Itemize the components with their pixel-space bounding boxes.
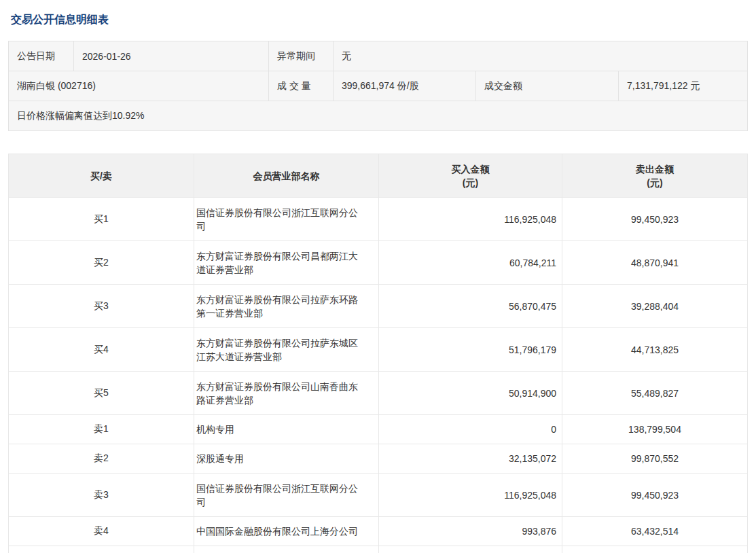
- table-row: 买1 国信证券股份有限公司浙江互联网分公司 116,925,048 99,450…: [9, 198, 748, 241]
- buy-amount-cell: 993,876: [379, 517, 562, 546]
- announce-date-label: 公告日期: [9, 41, 74, 71]
- branch-name: 机构专用: [196, 423, 363, 436]
- table-row: 买4 东方财富证券股份有限公司拉萨东城区江苏大道证券营业部 51,796,179…: [9, 328, 748, 372]
- sell-amount-cell: 99,870,552: [562, 444, 748, 474]
- sell-amount-cell: 138,799,504: [562, 415, 748, 444]
- buy-amount-cell: 32,135,072: [379, 444, 562, 474]
- branch-name: 深股通专用: [196, 452, 363, 465]
- buy-amount-cell: 116,925,048: [379, 198, 562, 241]
- page-title: 交易公开信息明细表: [8, 0, 748, 26]
- table-row: 卖2 深股通专用 32,135,072 99,870,552: [9, 444, 748, 474]
- sell-amount-cell: 99,450,923: [562, 474, 748, 517]
- sell-amount-cell: 48,870,941: [562, 241, 748, 285]
- volume-value: 399,661,974 份/股: [334, 71, 476, 101]
- branch-name: 东方财富证券股份有限公司昌都两江大道证券营业部: [196, 249, 363, 276]
- branch-cell: 国信证券股份有限公司浙江互联网分公司: [194, 474, 379, 517]
- summary-info-table: 公告日期 2026-01-26 异常期间 无 湖南白银 (002716) 成 交…: [8, 41, 748, 131]
- side-cell: 买1: [9, 198, 194, 241]
- side-cell: 卖3: [9, 474, 194, 517]
- table-row: 卖4 中国国际金融股份有限公司上海分公司 993,876 63,432,514: [9, 517, 748, 546]
- col-header-buy-amount: 买入金额 (元): [379, 154, 562, 198]
- buy-amount-cell: 56,870,475: [379, 285, 562, 328]
- table-row-partial: [9, 546, 748, 553]
- branch-cell: 机构专用: [194, 415, 379, 444]
- branch-name: 国信证券股份有限公司浙江互联网分公司: [196, 482, 363, 509]
- table-row: 买5 东方财富证券股份有限公司山南香曲东路证券营业部 50,914,900 55…: [9, 372, 748, 415]
- branch-cell: 中国国际金融股份有限公司上海分公司: [194, 517, 379, 546]
- sell-amount-cell: 63,432,514: [562, 517, 748, 546]
- abnormal-period-label: 异常期间: [269, 41, 334, 71]
- buy-amount-cell: 50,914,900: [379, 372, 562, 415]
- table-row: 买3 东方财富证券股份有限公司拉萨东环路第一证券营业部 56,870,475 3…: [9, 285, 748, 328]
- branch-name: 国信证券股份有限公司浙江互联网分公司: [196, 206, 363, 233]
- side-cell: 买3: [9, 285, 194, 328]
- side-cell: 买4: [9, 328, 194, 372]
- sell-amount-cell: 44,713,825: [562, 328, 748, 372]
- info-row-2: 湖南白银 (002716) 成 交 量 399,661,974 份/股 成交金额…: [9, 71, 748, 101]
- buy-amount-cell: 0: [379, 415, 562, 444]
- branch-cell: 深股通专用: [194, 444, 379, 474]
- table-row: 卖1 机构专用 0 138,799,504: [9, 415, 748, 444]
- sell-amount-cell: 99,450,923: [562, 198, 748, 241]
- table-row: 买2 东方财富证券股份有限公司昌都两江大道证券营业部 60,784,211 48…: [9, 241, 748, 285]
- amount-value: 7,131,791,122 元: [619, 71, 748, 101]
- page: 交易公开信息明细表 公告日期 2026-01-26 异常期间 无 湖南白银 (0…: [0, 0, 756, 553]
- sell-amount-cell: 39,288,404: [562, 285, 748, 328]
- col-header-sell-amount: 卖出金额 (元): [562, 154, 748, 198]
- deviation-note: 日价格涨幅偏离值达到10.92%: [9, 101, 748, 131]
- col-header-branch: 会员营业部名称: [194, 154, 379, 198]
- branch-name: 东方财富证券股份有限公司拉萨东环路第一证券营业部: [196, 293, 363, 320]
- side-cell: 卖1: [9, 415, 194, 444]
- announce-date-value: 2026-01-26: [74, 41, 269, 71]
- trading-detail-table: 买/卖 会员营业部名称 买入金额 (元) 卖出金额 (元) 买1 国信证券股份有…: [8, 154, 748, 553]
- abnormal-period-value: 无: [334, 41, 748, 71]
- buy-amount-cell: 116,925,048: [379, 474, 562, 517]
- side-cell: 卖4: [9, 517, 194, 546]
- branch-name: 中国国际金融股份有限公司上海分公司: [196, 524, 363, 538]
- branch-cell: 东方财富证券股份有限公司拉萨东城区江苏大道证券营业部: [194, 328, 379, 372]
- branch-cell: 东方财富证券股份有限公司山南香曲东路证券营业部: [194, 372, 379, 415]
- branch-cell: 东方财富证券股份有限公司昌都两江大道证券营业部: [194, 241, 379, 285]
- buy-amount-cell: 60,784,211: [379, 241, 562, 285]
- stock-name: 湖南白银 (002716): [9, 71, 269, 101]
- sell-amount-cell: 55,489,827: [562, 372, 748, 415]
- table-row: 卖3 国信证券股份有限公司浙江互联网分公司 116,925,048 99,450…: [9, 474, 748, 517]
- table-header-row: 买/卖 会员营业部名称 买入金额 (元) 卖出金额 (元): [9, 154, 748, 198]
- info-row-3: 日价格涨幅偏离值达到10.92%: [9, 101, 748, 131]
- side-cell: 买5: [9, 372, 194, 415]
- branch-name: 东方财富证券股份有限公司拉萨东城区江苏大道证券营业部: [196, 336, 363, 363]
- branch-cell: 国信证券股份有限公司浙江互联网分公司: [194, 198, 379, 241]
- amount-label: 成交金额: [476, 71, 619, 101]
- volume-label: 成 交 量: [269, 71, 334, 101]
- buy-amount-cell: 51,796,179: [379, 328, 562, 372]
- side-cell: 卖2: [9, 444, 194, 474]
- branch-name: 东方财富证券股份有限公司山南香曲东路证券营业部: [196, 380, 363, 407]
- col-header-side: 买/卖: [9, 154, 194, 198]
- info-row-1: 公告日期 2026-01-26 异常期间 无: [9, 41, 748, 71]
- side-cell: 买2: [9, 241, 194, 285]
- branch-cell: 东方财富证券股份有限公司拉萨东环路第一证券营业部: [194, 285, 379, 328]
